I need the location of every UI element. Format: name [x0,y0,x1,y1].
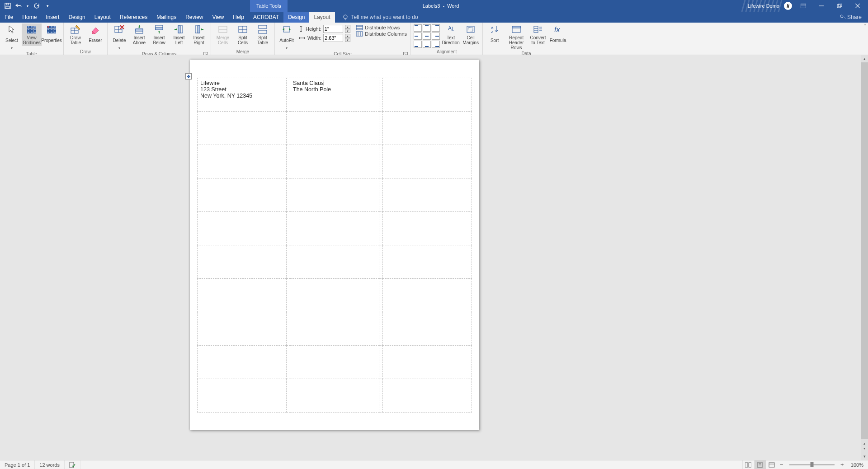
tab-layout[interactable]: Layout [90,12,115,23]
tab-help[interactable]: Help [228,12,249,23]
gutter-cell[interactable] [286,145,290,178]
label-cell[interactable] [290,346,379,379]
insert-right-button[interactable]: Insert Right [189,23,209,46]
align-middle-right[interactable] [432,33,440,40]
height-spinner[interactable]: ▴▾ [345,25,350,33]
gutter-cell[interactable] [286,112,290,145]
convert-to-text-button[interactable]: Convert to Text [528,23,548,46]
redo-icon[interactable] [33,3,40,9]
label-cell[interactable] [383,346,472,379]
document-page[interactable]: ✥ Lifewire 123 Street New York, NY 12345… [190,60,479,430]
label-cell[interactable] [290,279,379,312]
zoom-in-button[interactable]: + [838,461,846,468]
view-gridlines-button[interactable]: View Gridlines [22,23,42,46]
tab-table-layout[interactable]: Layout [309,12,335,23]
gutter-cell[interactable] [286,78,290,112]
label-cell[interactable] [290,112,379,145]
label-cell[interactable] [383,312,472,346]
word-count[interactable]: 12 words [35,460,65,469]
read-mode-button[interactable] [742,460,754,469]
align-top-left[interactable] [414,24,422,32]
web-layout-button[interactable] [766,460,778,469]
align-middle-center[interactable] [423,33,431,40]
autofit-button[interactable]: AutoFit ▾ [277,23,297,52]
gutter-cell[interactable] [379,279,382,312]
gutter-cell[interactable] [379,312,382,346]
close-button[interactable] [851,0,864,12]
cell-margins-button[interactable]: Cell Margins [461,23,481,46]
gutter-cell[interactable] [286,379,290,413]
minimize-button[interactable] [815,0,828,12]
gutter-cell[interactable] [379,112,382,145]
draw-table-button[interactable]: Draw Table [66,23,85,46]
tab-insert[interactable]: Insert [41,12,64,23]
label-table[interactable]: Lifewire 123 Street New York, NY 12345 S… [197,78,472,413]
gutter-cell[interactable] [379,379,382,413]
properties-button[interactable]: Properties [42,23,61,46]
label-cell[interactable] [198,112,287,145]
label-cell[interactable] [290,212,379,245]
scroll-thumb[interactable] [861,62,868,439]
save-icon[interactable] [5,3,11,9]
gutter-cell[interactable] [286,312,290,346]
select-button[interactable]: Select ▾ [2,23,22,52]
tab-review[interactable]: Review [181,12,208,23]
label-cell[interactable] [198,312,287,346]
split-cells-button[interactable]: Split Cells [233,23,253,46]
align-top-right[interactable] [432,24,440,32]
label-cell[interactable]: Lifewire 123 Street New York, NY 12345 [198,78,287,112]
gutter-cell[interactable] [286,279,290,312]
gutter-cell[interactable] [286,212,290,245]
collapse-ribbon-icon[interactable]: ˄ [864,23,866,28]
vertical-scrollbar[interactable]: ▴ ▴▾ ▾ [861,55,868,460]
scroll-down-icon[interactable]: ▾ [861,453,868,460]
insert-left-button[interactable]: Insert Left [169,23,189,46]
insert-above-button[interactable]: Insert Above [129,23,149,46]
print-layout-button[interactable] [754,460,766,469]
gutter-cell[interactable] [379,145,382,178]
height-input[interactable] [323,25,343,33]
gutter-cell[interactable] [286,178,290,212]
gutter-cell[interactable] [286,245,290,279]
tab-acrobat[interactable]: ACROBAT [249,12,283,23]
zoom-out-button[interactable]: − [778,461,786,468]
tab-mailings[interactable]: Mailings [152,12,181,23]
label-cell[interactable] [383,212,472,245]
align-bottom-left[interactable] [414,41,422,48]
label-cell[interactable] [383,279,472,312]
tell-me-box[interactable]: Tell me what you want to do [335,12,418,23]
label-cell[interactable] [290,145,379,178]
zoom-slider[interactable] [789,464,835,465]
label-cell[interactable] [290,379,379,413]
distribute-rows-button[interactable]: Distribute Rows [356,25,407,30]
align-bottom-center[interactable] [423,41,431,48]
zoom-level[interactable]: 100% [846,460,868,469]
insert-below-button[interactable]: Insert Below [149,23,169,46]
table-move-handle-icon[interactable]: ✥ [185,73,192,80]
label-cell[interactable] [198,212,287,245]
label-cell[interactable]: Santa Claus The North Pole [290,78,379,112]
label-cell[interactable] [198,178,287,212]
tab-references[interactable]: References [115,12,152,23]
label-cell[interactable] [383,245,472,279]
label-cell[interactable] [198,379,287,413]
label-cell[interactable] [290,245,379,279]
tab-home[interactable]: Home [18,12,41,23]
browse-object-buttons[interactable]: ▴▾ [861,439,868,453]
label-cell[interactable] [198,145,287,178]
label-cell[interactable] [383,112,472,145]
align-top-center[interactable] [423,24,431,32]
repeat-header-rows-button[interactable]: Repeat Header Rows [505,23,528,51]
label-cell[interactable] [198,346,287,379]
gutter-cell[interactable] [379,178,382,212]
document-workspace[interactable]: ✥ Lifewire 123 Street New York, NY 12345… [0,55,868,460]
maximize-button[interactable] [833,0,846,12]
qat-customize-icon[interactable]: ▾ [44,3,51,9]
align-bottom-right[interactable] [432,41,440,48]
ribbon-display-options-icon[interactable] [797,0,810,12]
width-spinner[interactable]: ▴▾ [345,34,350,42]
distribute-columns-button[interactable]: Distribute Columns [356,31,407,37]
tab-design[interactable]: Design [64,12,90,23]
delete-button[interactable]: Delete ▾ [109,23,129,52]
label-cell[interactable] [198,279,287,312]
